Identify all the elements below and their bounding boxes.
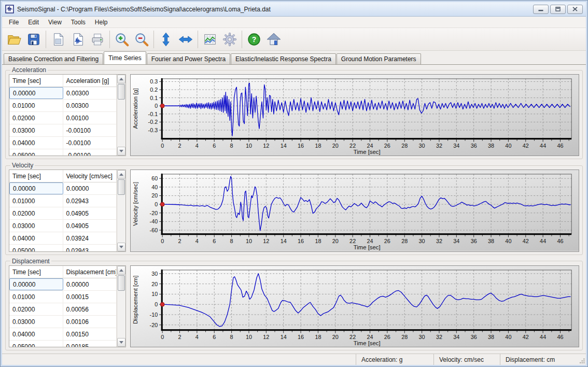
x-tick-label: 6	[213, 334, 216, 340]
cell[interactable]: -0.00100	[63, 149, 117, 156]
cell[interactable]: -0.00100	[63, 124, 117, 136]
cell[interactable]: 0.01000	[9, 195, 63, 207]
scroll-down-button[interactable]	[117, 147, 125, 156]
x-tick-label: 2	[178, 143, 181, 149]
tab-baseline-correction-and-filtering[interactable]: Baseline Correction and Filtering	[4, 53, 103, 64]
cell[interactable]: 0.02000	[9, 303, 63, 315]
cell[interactable]: 0.00000	[63, 182, 117, 194]
menu-file[interactable]: File	[4, 17, 23, 27]
maximize-icon	[555, 7, 561, 11]
cell[interactable]: 0.04000	[9, 232, 63, 244]
cell[interactable]: 0.00106	[63, 316, 117, 328]
x-axis-title: Time [sec]	[354, 149, 381, 155]
acceleration-chart[interactable]: 0246810121416182022242628303234363840424…	[130, 74, 579, 156]
cell[interactable]: 0.00100	[63, 112, 117, 124]
displacement-chart[interactable]: 0246810121416182022242628303234363840424…	[130, 265, 579, 347]
table-row: 0.050000.02943	[9, 245, 117, 251]
cell[interactable]: 0.00000	[9, 182, 63, 194]
zoom-in-button[interactable]	[112, 30, 132, 49]
x-tick-label: 44	[540, 334, 546, 340]
scrollbar-track[interactable]	[117, 179, 125, 242]
cell[interactable]: 0.00300	[63, 100, 117, 111]
cell[interactable]: 0.05000	[9, 341, 63, 347]
chart-options-button[interactable]	[200, 30, 220, 49]
settings-button[interactable]	[220, 30, 240, 49]
tab-time-series[interactable]: Time Series	[104, 51, 146, 64]
menu-tools[interactable]: Tools	[66, 17, 90, 27]
x-tick-label: 8	[230, 143, 233, 149]
menu-edit[interactable]: Edit	[23, 17, 44, 27]
scrollbar-track[interactable]	[117, 83, 125, 147]
x-tick-label: 40	[505, 334, 511, 340]
tab-fourier-and-power-spectra[interactable]: Fourier and Power Spectra	[147, 53, 230, 64]
cell[interactable]: 0.03000	[9, 220, 63, 232]
help-button[interactable]: ?	[244, 30, 264, 49]
cell[interactable]: 0.00150	[63, 328, 117, 340]
cell[interactable]: 0.03000	[9, 124, 63, 136]
cell[interactable]: 0.03000	[9, 316, 63, 328]
title-bar[interactable]: SeismoSignal - C:\Program Files\SeismoSo…	[2, 2, 586, 17]
cell[interactable]: 0.02943	[63, 245, 117, 251]
x-tick-label: 8	[230, 334, 233, 340]
print-button[interactable]	[88, 30, 107, 49]
cell[interactable]: 0.05000	[9, 245, 63, 251]
tab-elastic-inelastic-response-spectra[interactable]: Elastic/Inelastic Response Spectra	[231, 53, 336, 64]
close-button[interactable]	[567, 5, 583, 14]
cell[interactable]: 0.04000	[9, 137, 63, 149]
scrollbar-thumb[interactable]	[118, 275, 125, 291]
app-icon	[5, 5, 14, 13]
x-tick-label: 2	[178, 334, 181, 340]
x-tick-label: 20	[332, 334, 339, 340]
new-document-button[interactable]	[48, 30, 68, 49]
cell[interactable]: 0.03924	[63, 232, 117, 244]
chart-icon	[202, 32, 218, 47]
cell[interactable]: 0.00056	[63, 303, 117, 315]
velocity-chart[interactable]: 0246810121416182022242628303234363840424…	[130, 170, 579, 251]
scroll-down-button[interactable]	[117, 338, 125, 347]
scroll-up-button[interactable]	[117, 75, 125, 83]
cell[interactable]: 0.00185	[63, 341, 117, 347]
minimize-button[interactable]	[533, 5, 549, 14]
cell[interactable]: 0.00015	[63, 291, 117, 303]
scroll-up-button[interactable]	[117, 170, 125, 179]
cell[interactable]: 0.00000	[9, 87, 63, 99]
x-tick-label: 38	[488, 334, 494, 340]
help-icon: ?	[246, 32, 262, 47]
cell[interactable]: 0.02000	[9, 112, 63, 124]
cell[interactable]: 0.01000	[9, 291, 63, 303]
scrollbar-track[interactable]	[117, 275, 125, 338]
menu-help[interactable]: Help	[90, 17, 113, 27]
table-row: 0.030000.00106	[9, 316, 117, 328]
cell[interactable]: 0.04905	[63, 207, 117, 219]
x-tick-label: 10	[246, 238, 252, 245]
resize-grip[interactable]	[579, 354, 586, 365]
x-tick-label: 20	[332, 143, 339, 149]
cell[interactable]: 0.02943	[63, 195, 117, 207]
scale-horizontal-button[interactable]	[176, 30, 195, 49]
cell[interactable]: 0.04905	[63, 220, 117, 232]
scrollbar-thumb[interactable]	[118, 179, 125, 195]
cell[interactable]: 0.00000	[63, 278, 117, 290]
arrow-down-icon	[119, 341, 123, 344]
tab-ground-motion-parameters[interactable]: Ground Motion Parameters	[337, 53, 421, 64]
scroll-down-button[interactable]	[117, 243, 125, 251]
view-time-series-button[interactable]	[68, 30, 88, 49]
column-header-time-sec: Time [sec]	[9, 170, 63, 182]
maximize-button[interactable]	[550, 5, 566, 14]
cell[interactable]: 0.00000	[9, 278, 63, 290]
open-file-button[interactable]	[4, 30, 24, 49]
home-button[interactable]	[264, 30, 284, 49]
cell[interactable]: 0.00300	[63, 87, 117, 99]
x-tick-label: 34	[453, 334, 459, 340]
scale-vertical-button[interactable]	[156, 30, 176, 49]
save-file-button[interactable]	[24, 30, 44, 49]
menu-view[interactable]: View	[44, 17, 66, 27]
scrollbar-thumb[interactable]	[118, 84, 125, 100]
cell[interactable]: 0.02000	[9, 207, 63, 219]
scroll-up-button[interactable]	[117, 266, 125, 275]
cell[interactable]: 0.05000	[9, 149, 63, 156]
cell[interactable]: -0.00100	[63, 137, 117, 149]
cell[interactable]: 0.04000	[9, 328, 63, 340]
cell[interactable]: 0.01000	[9, 100, 63, 111]
zoom-out-button[interactable]	[132, 30, 151, 49]
